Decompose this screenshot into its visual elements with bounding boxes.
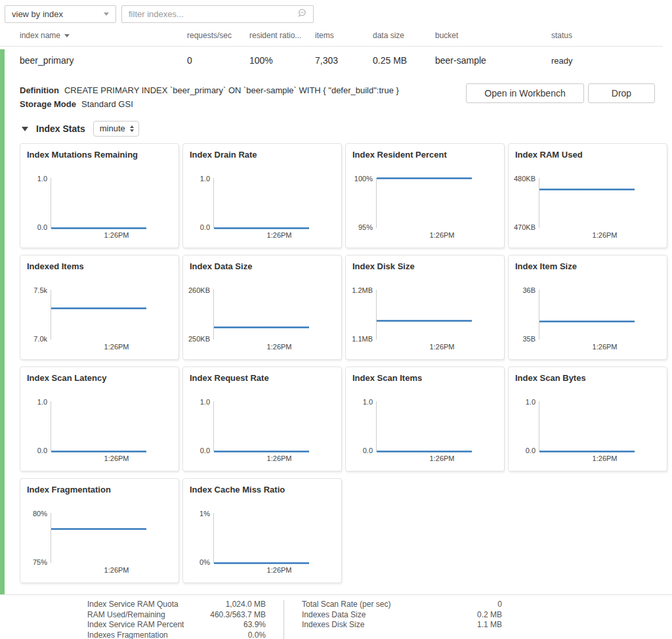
service-summary-footer: Index Service RAM Quota 1,024.0 MB RAM U… <box>0 594 672 639</box>
cell-status: ready <box>551 56 672 66</box>
index-row-beer-primary[interactable]: beer_primary 0 100% 7,303 0.25 MB beer-s… <box>0 47 672 75</box>
open-in-workbench-button[interactable]: Open in Workbench <box>466 83 584 103</box>
footer-stat-value: 460.3/563.7 MB <box>210 610 266 621</box>
collapse-triangle-icon[interactable] <box>22 127 28 131</box>
x-axis-time-label: 1:26PM <box>267 343 292 351</box>
definition-block: DefinitionCREATE PRIMARY INDEX `beer_pri… <box>20 83 399 111</box>
chart-title: Index Fragmentation <box>20 479 178 495</box>
footer-stat-row: Total Scan Rate (per sec) 0 <box>302 600 502 610</box>
footer-stat-row: Indexes Data Size 0.2 MB <box>302 610 502 621</box>
index-stats-title: Index Stats <box>36 123 85 134</box>
chart-title: Index Scan Latency <box>20 367 178 383</box>
chart-line <box>51 451 146 452</box>
chart-card-index-scan-items: Index Scan Items 1.0 0.0 1:26PM <box>345 366 505 472</box>
x-axis-time-label: 1:26PM <box>267 566 292 574</box>
chart-line <box>214 227 309 229</box>
y-axis-min-label: 95% <box>358 223 373 231</box>
chart-title: Index Disk Size <box>346 255 504 271</box>
footer-stat-label: Indexes Disk Size <box>302 620 364 630</box>
chart-title: Index Cache Miss Ratio <box>183 479 341 495</box>
chart-line <box>539 451 635 452</box>
chevron-down-icon <box>104 12 109 16</box>
chart-line <box>214 562 309 564</box>
footer-stat-row: Indexes Disk Size 1.1 MB <box>302 620 502 630</box>
sort-descending-icon <box>64 34 70 37</box>
y-axis-max-label: 100% <box>354 175 373 183</box>
footer-stat-value: 1,024.0 MB <box>226 600 266 610</box>
x-axis-time-label: 1:26PM <box>267 231 292 239</box>
y-axis-max-label: 7.5k <box>33 286 47 294</box>
chart-title: Indexed Items <box>20 255 178 271</box>
chart-plot-area: 1% 0% 1:26PM <box>213 513 333 563</box>
interval-select[interactable]: minute <box>93 121 139 137</box>
column-header-index-name-label: index name <box>20 31 60 40</box>
chart-line <box>51 307 146 309</box>
y-axis-min-label: 1.1MB <box>352 335 373 343</box>
chart-plot-area: 100% 95% 1:26PM <box>376 178 495 228</box>
x-axis-time-label: 1:26PM <box>430 231 455 239</box>
index-table-header: index name requests/sec resident ratio..… <box>0 31 663 47</box>
column-header-resident-ratio: resident ratio... <box>249 31 315 40</box>
chart-card-index-cache-miss-ratio: Index Cache Miss Ratio 1% 0% 1:26PM <box>182 478 342 583</box>
footer-stat-value: 1.1 MB <box>477 620 502 630</box>
x-axis-time-label: 1:26PM <box>593 231 618 239</box>
y-axis-max-label: 36B <box>522 286 536 294</box>
y-axis-min-label: 75% <box>33 558 47 566</box>
x-axis-time-label: 1:26PM <box>267 454 292 462</box>
chart-line <box>377 177 472 179</box>
x-axis-time-label: 1:26PM <box>593 343 618 351</box>
x-axis-time-label: 1:26PM <box>430 454 455 462</box>
chart-plot-area: 1.0 0.0 1:26PM <box>376 401 495 451</box>
x-axis-time-label: 1:26PM <box>104 454 129 462</box>
y-axis-max-label: 1% <box>200 510 210 518</box>
x-axis-time-label: 1:26PM <box>104 566 129 574</box>
y-axis-max-label: 480KB <box>514 175 536 183</box>
y-axis-max-label: 80% <box>33 510 47 518</box>
drop-button[interactable]: Drop <box>588 83 655 103</box>
y-axis-max-label: 1.0 <box>37 398 47 406</box>
footer-stat-row: Index Service RAM Quota 1,024.0 MB <box>87 600 266 610</box>
cell-bucket: beer-sample <box>435 55 551 66</box>
view-by-select[interactable]: view by index <box>5 5 116 23</box>
storage-mode-value: Standard GSI <box>81 99 133 109</box>
chart-plot-area: 1.0 0.0 1:26PM <box>213 401 333 451</box>
filter-indexes-input[interactable]: filter indexes... <box>121 5 314 23</box>
index-detail-section: DefinitionCREATE PRIMARY INDEX `beer_pri… <box>0 75 672 111</box>
cell-items: 7,303 <box>315 55 373 66</box>
footer-stat-label: RAM Used/Remaining <box>87 610 165 621</box>
view-by-selected-value: view by index <box>12 9 63 19</box>
y-axis-max-label: 260KB <box>188 286 210 294</box>
x-axis-time-label: 1:26PM <box>593 454 618 462</box>
chart-title: Index Data Size <box>183 255 341 271</box>
column-header-requests-sec: requests/sec <box>187 31 249 40</box>
index-actions: Open in Workbench Drop <box>466 83 655 103</box>
column-header-bucket: bucket <box>435 31 551 40</box>
chart-line <box>214 326 309 328</box>
chart-card-index-fragmentation: Index Fragmentation 80% 75% 1:26PM <box>20 478 179 583</box>
chart-plot-area: 7.5k 7.0k 1:26PM <box>51 290 170 340</box>
filter-placeholder: filter indexes... <box>129 9 184 19</box>
x-axis-time-label: 1:26PM <box>104 231 129 239</box>
chart-title: Index Request Rate <box>183 367 341 383</box>
chart-card-index-scan-latency: Index Scan Latency 1.0 0.0 1:26PM <box>20 366 179 472</box>
chart-plot-area: 1.2MB 1.1MB 1:26PM <box>376 290 495 340</box>
footer-stat-value: 0.0% <box>248 630 266 639</box>
y-axis-max-label: 1.2MB <box>352 286 373 294</box>
definition-line: DefinitionCREATE PRIMARY INDEX `beer_pri… <box>20 83 399 97</box>
chart-card-index-disk-size: Index Disk Size 1.2MB 1.1MB 1:26PM <box>345 255 505 360</box>
cell-requests-sec: 0 <box>187 55 249 66</box>
chart-card-index-drain-rate: Index Drain Rate 1.0 0.0 1:26PM <box>182 143 342 248</box>
footer-stat-label: Indexes Fragmentation <box>87 630 168 639</box>
chart-plot-area: 1.0 0.0 1:26PM <box>213 178 333 228</box>
y-axis-min-label: 0.0 <box>200 447 210 454</box>
column-header-index-name[interactable]: index name <box>20 31 187 40</box>
chart-title: Index Mutations Remaining <box>20 144 178 160</box>
footer-stat-label: Index Service RAM Percent <box>87 620 184 630</box>
footer-stat-label: Total Scan Rate (per sec) <box>302 600 390 610</box>
chart-card-indexed-items: Indexed Items 7.5k 7.0k 1:26PM <box>20 255 179 360</box>
footer-stat-value: 63.9% <box>243 620 266 630</box>
footer-divider <box>284 600 284 639</box>
chart-plot-area: 1.0 0.0 1:26PM <box>51 401 170 451</box>
select-updown-icon <box>130 125 134 132</box>
footer-stat-row: Indexes Fragmentation 0.0% <box>87 630 266 639</box>
